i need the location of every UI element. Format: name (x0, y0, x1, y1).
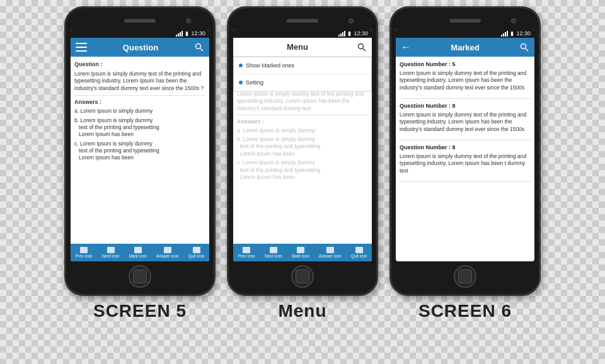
question-text-5: Lorem Ipsum is simply dummy text of the … (400, 70, 531, 91)
phone-screen-area-menu: ▮ 12:30 Menu (233, 29, 372, 261)
signal-icon-screen5 (176, 31, 183, 37)
screen6-label: SCREEN 6 (418, 301, 512, 321)
question-number-8a: Question Number : 8 (400, 102, 531, 110)
phone-top-bar-screen5 (70, 16, 210, 26)
back-arrow-screen6[interactable]: ← (401, 42, 411, 53)
answer-btn-screen5[interactable]: Answer icon (156, 247, 178, 258)
menu-wrapper: ▮ 12:30 Menu (227, 6, 378, 321)
home-btn-menu[interactable] (291, 265, 314, 288)
question-number-8b: Question Number : 8 (400, 144, 531, 152)
camera-icon-menu (349, 18, 354, 23)
camera-icon-screen5 (186, 18, 191, 23)
question-label-screen5: Question : (74, 60, 205, 69)
home-btn-inner-menu (296, 270, 309, 283)
speaker-screen5 (124, 19, 156, 23)
svg-point-0 (196, 44, 201, 49)
svg-line-5 (526, 48, 528, 51)
divider-screen5 (74, 95, 205, 96)
speaker-menu (287, 19, 318, 23)
marked-item-8a: Question Number : 8 Lorem Ipsum is simpl… (400, 102, 531, 140)
bottom-toolbar-screen5: Prev icon Next Icon Mark icon Answer ico… (71, 244, 209, 261)
time-screen6: 12:30 (516, 30, 531, 37)
menu-item-setting-label: Setting (246, 79, 263, 86)
phone-top-bar-screen6 (395, 16, 535, 26)
answer-b-screen5: b. Lorem Ipsum is simply dummy text of t… (74, 117, 205, 138)
prev-btn-screen5[interactable]: Prev icon (76, 247, 93, 258)
answer-c-screen5: c. Lorem Ipsum is simply dummy text of t… (74, 140, 205, 161)
next-btn-screen5[interactable]: Next Icon (102, 247, 119, 258)
bottom-toolbar-menu: Prev icon Next Icon Mark icon Answer ico… (233, 244, 372, 261)
svg-point-4 (521, 44, 526, 49)
menu-label: Menu (278, 301, 326, 321)
status-bar-menu: ▮ 12:30 (233, 29, 372, 38)
screen6-wrapper: ▮ 12:30 ← Marked Question Number : 5 (389, 6, 541, 321)
mark-btn-menu[interactable]: Mark icon (292, 247, 309, 258)
home-btn-screen6[interactable] (454, 265, 476, 288)
search-icon-screen5[interactable] (194, 42, 204, 52)
divider-menu (237, 115, 368, 115)
search-icon-menu[interactable] (357, 42, 367, 52)
app-header-screen5: Question (71, 38, 209, 57)
search-icon-screen6[interactable] (519, 42, 529, 52)
home-btn-inner-screen5 (133, 270, 147, 283)
phone-menu: ▮ 12:30 Menu (227, 6, 378, 296)
header-title-screen6: Marked (411, 43, 519, 52)
battery-icon-screen6: ▮ (510, 30, 514, 37)
question-text-8b: Lorem Ipsum is simply dummy text of the … (400, 153, 531, 174)
answers-label-screen5: Answers : (74, 98, 205, 106)
quit-btn-screen5[interactable]: Quit icon (188, 247, 205, 258)
battery-icon-screen5: ▮ (185, 30, 188, 37)
question-text-8a: Lorem Ipsum is simply dummy text of the … (400, 111, 531, 133)
camera-icon-screen6 (511, 18, 516, 23)
phone-top-bar-menu (233, 16, 372, 26)
signal-icon-screen6 (501, 31, 508, 37)
screen-content-screen6: Question Number : 5 Lorem Ipsum is simpl… (396, 57, 534, 261)
header-title-screen5: Question (87, 43, 194, 52)
behind-dim-content: Lorem Ipsum is simply dummy text of the … (237, 91, 368, 181)
home-btn-inner-screen6 (458, 270, 472, 283)
header-title-menu: Menu (238, 42, 357, 52)
phone-screen-area-screen6: ▮ 12:30 ← Marked Question Number : 5 (396, 29, 534, 261)
question-number-5: Question Number : 5 (400, 60, 531, 69)
menu-panel: Show Marked ones Setting (233, 57, 372, 92)
svg-line-1 (200, 48, 203, 51)
status-bar-screen5: ▮ 12:30 (71, 29, 209, 38)
question-text-screen5: Lorem Ipsum is simply dummy text of the … (74, 71, 205, 92)
menu-dot-show-marked (239, 64, 243, 67)
behind-content-menu: Show Marked ones Setting Lorem Ipsum is … (233, 57, 372, 244)
menu-item-show-marked[interactable]: Show Marked ones (234, 57, 371, 74)
menu-item-show-marked-label: Show Marked ones (246, 62, 294, 69)
speaker-screen6 (449, 19, 481, 23)
app-header-screen6: ← Marked (396, 38, 534, 57)
app-header-menu: Menu (233, 38, 372, 57)
quit-btn-menu[interactable]: Quit icon (351, 247, 367, 258)
prev-btn-menu[interactable]: Prev icon (238, 247, 255, 258)
phone-screen6: ▮ 12:30 ← Marked Question Number : 5 (389, 6, 541, 296)
signal-icon-menu (338, 31, 345, 37)
svg-point-2 (359, 43, 364, 48)
next-btn-menu[interactable]: Next Icon (265, 247, 282, 258)
hamburger-icon-screen5[interactable] (76, 43, 87, 52)
screen5-wrapper: ▮ 12:30 Question Question : (64, 6, 216, 321)
menu-dropdown: Show Marked ones Setting (233, 57, 372, 92)
home-btn-screen5[interactable] (129, 265, 151, 288)
mark-btn-screen5[interactable]: Mark icon (129, 247, 147, 258)
phone-screen-area-screen5: ▮ 12:30 Question Question : (71, 29, 209, 261)
menu-dot-setting (239, 81, 243, 84)
answer-btn-menu[interactable]: Answer icon (319, 247, 341, 258)
time-menu: 12:30 (354, 30, 368, 37)
phones-container: ▮ 12:30 Question Question : (64, 6, 541, 321)
status-bar-screen6: ▮ 12:30 (396, 29, 534, 38)
answer-a-screen5: a. Lorem Ipsum is simply dummy (74, 108, 205, 115)
menu-item-setting[interactable]: Setting (234, 74, 371, 91)
battery-icon-menu: ▮ (348, 30, 351, 37)
screen5-label: SCREEN 5 (93, 301, 187, 321)
screen-content-screen5: Question : Lorem Ipsum is simply dummy t… (71, 57, 209, 244)
svg-line-3 (363, 48, 366, 51)
phone-screen5: ▮ 12:30 Question Question : (64, 6, 216, 296)
marked-item-8b: Question Number : 8 Lorem Ipsum is simpl… (400, 144, 531, 182)
time-screen5: 12:30 (191, 30, 205, 37)
marked-item-5: Question Number : 5 Lorem Ipsum is simpl… (400, 60, 531, 99)
